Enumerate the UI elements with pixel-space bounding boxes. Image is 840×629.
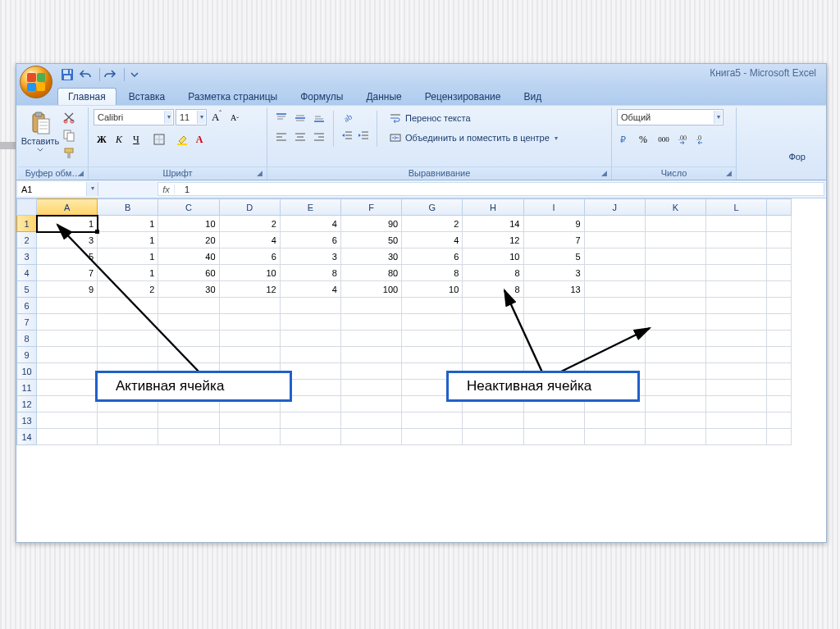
cell[interactable] <box>645 265 705 281</box>
cell[interactable] <box>706 265 767 281</box>
row-header[interactable]: 13 <box>17 412 37 429</box>
row-header[interactable]: 5 <box>17 281 37 298</box>
cell[interactable]: 6 <box>280 232 340 248</box>
number-format-combo[interactable]: Общий▾ <box>617 109 724 125</box>
cell[interactable]: 3 <box>523 265 584 281</box>
cell[interactable] <box>463 429 523 445</box>
cell[interactable] <box>37 298 98 314</box>
cell[interactable]: 10 <box>402 281 463 298</box>
font-launcher[interactable]: ◢ <box>254 168 265 179</box>
column-header[interactable]: G <box>402 199 463 216</box>
cell[interactable] <box>523 347 584 363</box>
paste-button[interactable]: Вставить <box>23 109 57 152</box>
bold-button[interactable]: Ж <box>94 131 110 148</box>
column-header[interactable]: K <box>645 199 705 216</box>
percent-button[interactable]: % <box>635 131 651 148</box>
cell[interactable] <box>37 412 98 429</box>
column-header[interactable]: L <box>706 199 767 216</box>
cell[interactable]: 8 <box>463 265 523 281</box>
font-size-combo[interactable]: 11▾ <box>176 109 207 125</box>
cell[interactable] <box>280 429 340 445</box>
align-bottom-button[interactable] <box>310 109 328 127</box>
decrease-decimal-button[interactable]: .0 <box>694 131 710 148</box>
column-header[interactable]: J <box>584 199 645 216</box>
cell[interactable] <box>584 412 645 429</box>
cell[interactable] <box>645 380 705 396</box>
cell[interactable] <box>645 216 705 232</box>
cell[interactable] <box>37 429 98 445</box>
fx-icon[interactable]: fx <box>158 185 175 194</box>
underline-button[interactable]: Ч <box>128 131 144 148</box>
cell[interactable] <box>767 298 792 314</box>
cell[interactable] <box>219 298 280 314</box>
align-center-button[interactable] <box>291 128 309 146</box>
cell[interactable]: 7 <box>37 265 98 281</box>
tab-данные[interactable]: Данные <box>355 88 412 105</box>
cell[interactable]: 1 <box>98 216 158 232</box>
cell[interactable] <box>706 232 767 248</box>
tab-вставка[interactable]: Вставка <box>118 88 176 105</box>
column-header[interactable] <box>767 199 792 216</box>
cell[interactable] <box>280 347 340 363</box>
cell[interactable] <box>706 396 767 412</box>
cell[interactable]: 50 <box>340 232 401 248</box>
cell[interactable] <box>706 380 767 396</box>
cell[interactable] <box>340 314 401 330</box>
row-header[interactable]: 8 <box>17 330 37 347</box>
column-header[interactable]: D <box>219 199 280 216</box>
number-launcher[interactable]: ◢ <box>724 168 734 179</box>
cell[interactable] <box>158 298 219 314</box>
copy-button[interactable] <box>61 127 77 144</box>
cell[interactable]: 5 <box>523 248 584 265</box>
formula-input[interactable]: 1 <box>180 185 824 194</box>
cell[interactable] <box>340 298 401 314</box>
row-header[interactable]: 3 <box>17 248 37 265</box>
cell[interactable] <box>219 347 280 363</box>
cell[interactable] <box>463 347 523 363</box>
cell[interactable] <box>523 298 584 314</box>
cell[interactable] <box>402 314 463 330</box>
cell[interactable]: 2 <box>98 281 158 298</box>
cell[interactable]: 10 <box>158 216 219 232</box>
cell[interactable] <box>37 363 98 380</box>
cell[interactable] <box>767 314 792 330</box>
cell[interactable]: 8 <box>463 281 523 298</box>
cell[interactable] <box>158 314 219 330</box>
cell[interactable] <box>402 330 463 347</box>
cell[interactable]: 12 <box>463 232 523 248</box>
cell[interactable]: 9 <box>37 281 98 298</box>
cell[interactable] <box>402 429 463 445</box>
accounting-format-button[interactable]: ₽ <box>617 131 633 148</box>
cell[interactable] <box>280 412 340 429</box>
cell[interactable] <box>706 429 767 445</box>
decrease-indent-button[interactable] <box>339 127 355 144</box>
cell[interactable] <box>767 429 792 445</box>
cell[interactable] <box>402 412 463 429</box>
column-header[interactable]: I <box>523 199 584 216</box>
column-header[interactable]: B <box>98 199 158 216</box>
thousands-button[interactable]: 000 <box>653 131 674 148</box>
cell[interactable] <box>584 429 645 445</box>
cell[interactable] <box>645 412 705 429</box>
align-left-button[interactable] <box>272 128 290 146</box>
cell[interactable]: 1 <box>98 265 158 281</box>
cell[interactable] <box>706 412 767 429</box>
cell[interactable] <box>98 429 158 445</box>
cell[interactable] <box>706 330 767 347</box>
cell[interactable] <box>219 412 280 429</box>
cell[interactable] <box>158 347 219 363</box>
cell[interactable]: 8 <box>402 265 463 281</box>
redo-button[interactable] <box>102 66 118 83</box>
cell[interactable] <box>645 347 705 363</box>
save-button[interactable] <box>59 66 75 83</box>
cell[interactable] <box>767 396 792 412</box>
cell[interactable] <box>158 412 219 429</box>
font-color-button[interactable]: A <box>191 131 208 148</box>
cell[interactable] <box>280 314 340 330</box>
cell[interactable] <box>158 330 219 347</box>
cell[interactable] <box>645 314 705 330</box>
cell[interactable] <box>219 429 280 445</box>
cell[interactable] <box>37 347 98 363</box>
decrease-font-button[interactable]: Aˇ <box>226 109 243 125</box>
cell[interactable] <box>219 314 280 330</box>
